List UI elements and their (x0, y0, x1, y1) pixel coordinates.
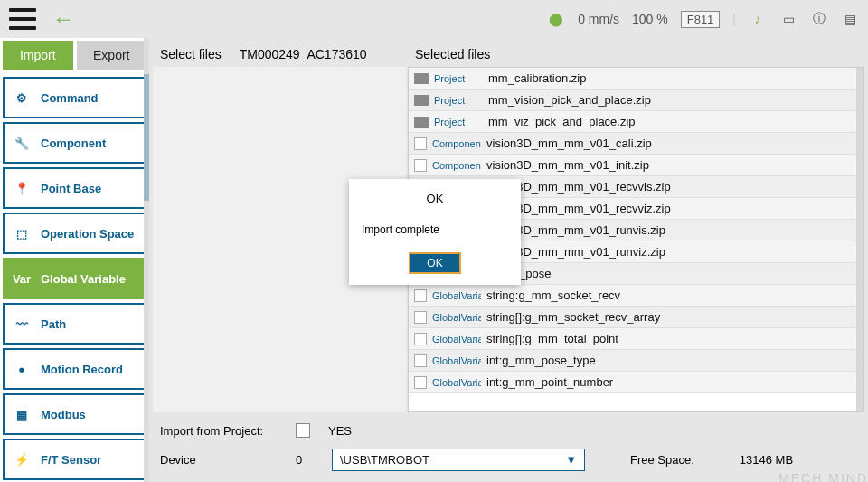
chevron-down-icon: ▼ (565, 453, 577, 467)
device-value: \USB\TMROBOT (340, 453, 429, 467)
dialog-message: Import complete (362, 223, 508, 236)
sidebar-item-label: F/T Sensor (41, 453, 137, 467)
device-select[interactable]: \USB\TMROBOT ▼ (332, 449, 585, 471)
robot-mode-icon[interactable]: ⬤ (547, 10, 565, 28)
file-row[interactable]: GlobalVariableint:g_mm_point_number (409, 372, 863, 393)
file-checkbox (414, 333, 427, 345)
sidebar-item-motion-record[interactable]: ●Motion Record (3, 348, 146, 390)
file-row[interactable]: Componentvision3D_mm_mm_v01_cali.zip (409, 133, 863, 155)
yes-checkbox[interactable] (296, 423, 310, 438)
sidebar-item-label: Point Base (41, 182, 137, 195)
sidebar-item-command[interactable]: ⚙Command (3, 77, 146, 118)
file-row[interactable]: Projectmm_vision_pick_and_place.zip (409, 90, 863, 111)
info-icon[interactable]: ⓘ (810, 10, 828, 28)
file-row[interactable]: Projectmm_calibration.zip (409, 68, 863, 90)
import-complete-dialog: OK Import complete OK (349, 179, 521, 285)
sidebar-item-modbus[interactable]: ▦Modbus (3, 393, 146, 435)
sidebar-item-label: Global Variable (41, 272, 137, 286)
file-row[interactable]: Projectmm_viz_pick_and_place.zip (409, 111, 863, 133)
folder-icon (414, 95, 429, 106)
file-type: GlobalVariable (432, 334, 481, 345)
sidebar-item-label: Motion Record (41, 363, 137, 376)
file-checkbox (414, 354, 427, 367)
sidebar-icon: 〰 (12, 314, 32, 334)
sidebar-item-component[interactable]: 🔧Component (3, 122, 146, 164)
file-row[interactable]: Componentvision3D_mm_mm_v01_init.zip (409, 155, 863, 176)
sidebar-item-f-t-sensor[interactable]: ⚡F/T Sensor (3, 439, 146, 480)
connection-icon[interactable]: ♪ (749, 10, 767, 28)
sidebar: Import Export ⚙Command🔧Component📍Point B… (0, 38, 149, 482)
file-type: Project (434, 117, 483, 128)
file-name: mm_vision_pick_and_place.zip (488, 93, 651, 107)
dialog-title: OK (362, 192, 508, 205)
sidebar-item-label: Operation Space (41, 227, 137, 241)
sidebar-icon: ▦ (12, 404, 32, 424)
device-index: 0 (296, 453, 314, 467)
sidebar-item-label: Path (41, 317, 137, 331)
file-checkbox (414, 289, 427, 302)
file-checkbox (414, 376, 427, 389)
tab-import[interactable]: Import (3, 41, 73, 70)
back-arrow-icon[interactable]: ← (52, 6, 74, 32)
file-name: int:g_mm_pose_type (486, 354, 596, 367)
yes-label: YES (328, 424, 352, 438)
sidebar-icon: 📍 (12, 178, 32, 198)
file-row[interactable]: GlobalVariablestring[]:g_mm_total_point (409, 328, 863, 350)
topbar: ← ⬤ 0 mm/s 100 % F811 | ♪ ▭ ⓘ ▤ (0, 0, 868, 38)
file-checkbox (414, 137, 427, 150)
sidebar-icon: ⬚ (12, 223, 32, 243)
file-type: Project (434, 73, 483, 84)
file-type: Project (434, 95, 483, 106)
file-row[interactable]: GlobalVariableint:g_mm_pose_type (409, 350, 863, 372)
free-space-label: Free Space: (630, 453, 694, 467)
file-row[interactable]: GlobalVariablestring[]:g_mm_socket_recv_… (409, 307, 863, 328)
code-badge: F811 (681, 11, 721, 28)
tab-export[interactable]: Export (77, 41, 147, 70)
device-label: Device (160, 453, 278, 467)
sidebar-item-path[interactable]: 〰Path (3, 303, 146, 345)
terminal-icon[interactable]: ▭ (779, 10, 797, 28)
file-name: string:g_mm_socket_recv (486, 288, 620, 302)
sidebar-icon: ⚙ (12, 88, 32, 108)
percent-value: 100 % (632, 12, 668, 26)
sidebar-item-label: Component (41, 137, 137, 150)
file-type: Component (432, 138, 481, 149)
pane-header-left: Select files TM000249_AC173610 (153, 42, 406, 67)
pane-title: Select files (160, 47, 222, 61)
file-type: GlobalVariable (432, 377, 481, 388)
sidebar-item-point-base[interactable]: 📍Point Base (3, 167, 146, 209)
file-checkbox (414, 159, 427, 172)
watermark: MECH MIND (778, 471, 868, 482)
tabs: Import Export (3, 41, 146, 70)
sidebar-item-label: Modbus (41, 408, 137, 421)
file-type: Component (432, 160, 481, 171)
sidebar-icon: ● (12, 359, 32, 379)
sidebar-item-global-variable[interactable]: VarGlobal Variable (3, 258, 146, 299)
topbar-right: ⬤ 0 mm/s 100 % F811 | ♪ ▭ ⓘ ▤ (547, 10, 859, 28)
file-type: GlobalVariable (432, 312, 481, 323)
file-list-scrollbar[interactable] (856, 68, 863, 411)
file-type: GlobalVariable (432, 355, 481, 366)
sidebar-item-operation-space[interactable]: ⬚Operation Space (3, 213, 146, 254)
file-row[interactable]: GlobalVariablestring:g_mm_socket_recv (409, 285, 863, 307)
ok-button[interactable]: OK (409, 252, 460, 274)
bottom-panel: Import from Project: YES Device 0 \USB\T… (149, 412, 868, 482)
speed-value: 0 mm/s (578, 12, 619, 26)
file-type: GlobalVariable (432, 290, 481, 301)
pane-title: Selected files (415, 47, 490, 61)
list-icon[interactable]: ▤ (841, 10, 859, 28)
folder-icon (414, 73, 429, 84)
sidebar-icon: Var (12, 269, 32, 288)
file-checkbox (414, 311, 427, 324)
import-from-label: Import from Project: (160, 424, 278, 438)
file-name: string[]:g_mm_total_point (486, 332, 618, 345)
file-name: vision3D_mm_mm_v01_init.zip (486, 158, 649, 172)
file-name: mm_calibration.zip (488, 71, 586, 85)
folder-icon (414, 117, 429, 128)
sidebar-item-label: Command (41, 91, 137, 105)
file-name: string[]:g_mm_socket_recv_array (486, 310, 660, 324)
free-space-value: 13146 MB (740, 453, 793, 467)
file-name: mm_viz_pick_and_place.zip (488, 115, 636, 128)
sidebar-icon: ⚡ (12, 449, 32, 469)
menu-icon[interactable] (9, 8, 36, 30)
